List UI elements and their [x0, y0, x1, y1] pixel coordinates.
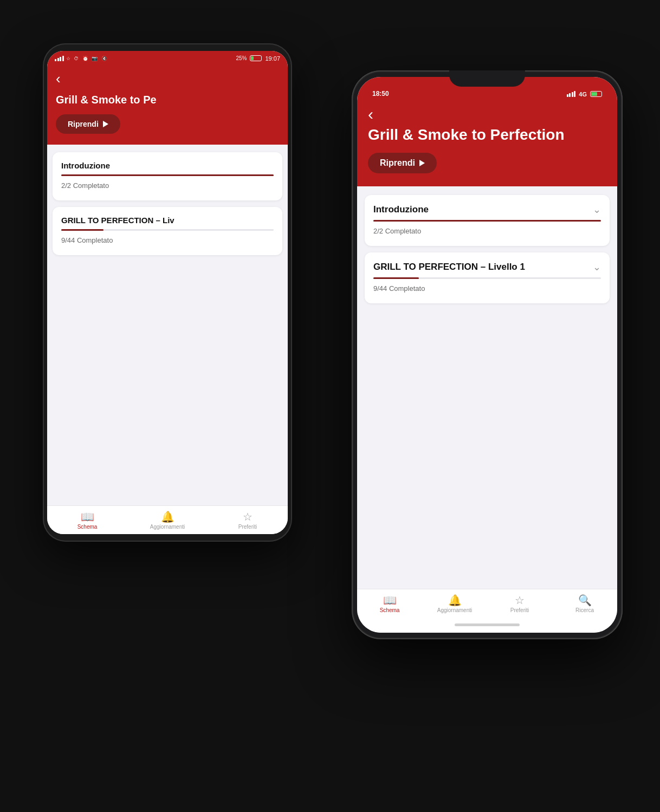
iphone-card1-title: Introduzione	[373, 204, 593, 215]
android-status-icons: ☆ ⏱ ⏰ 📷 🔇	[66, 56, 108, 61]
iphone-content: Introduzione ⌄ 2/2 Completato GRILL TO P…	[357, 186, 617, 588]
iphone-card1-header[interactable]: Introduzione ⌄	[373, 204, 601, 216]
iphone-preferiti-label: Preferiti	[510, 607, 529, 613]
android-card2-progress-fill	[61, 229, 103, 231]
iphone-aggiornamenti-icon: 🔔	[448, 595, 462, 606]
android-time: 19:07	[265, 55, 280, 62]
iphone-card2-progress-text: 9/44 Completato	[373, 284, 601, 293]
iphone-home-indicator	[357, 618, 617, 633]
iphone-card2-progress-fill	[373, 277, 419, 279]
battery-icon	[250, 55, 262, 61]
iphone-card2-chevron-icon: ⌄	[593, 261, 601, 273]
iphone-card-grill: GRILL TO PERFECTION – Livello 1 ⌄ 9/44 C…	[365, 252, 610, 303]
iphone-network-label: 4G	[579, 91, 587, 98]
android-card1-progress-fill	[61, 174, 274, 176]
iphone-screen: 18:50 4G ‹	[357, 77, 617, 633]
android-card2-progress-text: 9/44 Completato	[61, 236, 274, 244]
android-aggiornamenti-icon: 🔔	[161, 511, 174, 522]
android-right-status: 25% 19:07	[236, 55, 280, 62]
android-resume-button[interactable]: Riprendi	[56, 114, 120, 134]
android-card2-header: GRILL TO PERFECTION – Liv	[61, 216, 274, 225]
iphone-card2-title: GRILL TO PERFECTION – Livello 1	[373, 262, 593, 272]
android-resume-label: Riprendi	[68, 120, 99, 128]
android-card1-header: Introduzione	[61, 161, 274, 170]
iphone-back-button[interactable]: ‹	[368, 105, 606, 124]
iphone-nav-aggiornamenti[interactable]: 🔔 Aggiornamenti	[422, 589, 487, 618]
iphone-ricerca-icon: 🔍	[578, 595, 592, 606]
iphone-card1-chevron-icon: ⌄	[593, 204, 601, 216]
android-card1-title: Introduzione	[61, 161, 274, 170]
android-status-bar: ☆ ⏱ ⏰ 📷 🔇 25% 19:07	[47, 51, 288, 66]
iphone-schema-label: Schema	[380, 607, 400, 613]
android-bottom-nav: 📖 Schema 🔔 Aggiornamenti ☆ Preferiti	[47, 505, 288, 534]
iphone-card2-header[interactable]: GRILL TO PERFECTION – Livello 1 ⌄	[373, 261, 601, 273]
iphone-battery-icon	[590, 91, 602, 97]
iphone-card2-progress-bg	[373, 277, 601, 279]
iphone-status-right: 4G	[567, 91, 602, 98]
signal-bars-icon	[55, 56, 64, 61]
iphone-signal-bars-icon	[567, 91, 576, 97]
android-back-button[interactable]: ‹	[56, 70, 279, 87]
iphone-card1-progress-text: 2/2 Completato	[373, 227, 601, 235]
iphone: 18:50 4G ‹	[352, 70, 623, 639]
android-signal-group: ☆ ⏱ ⏰ 📷 🔇	[55, 56, 108, 61]
android-app-body: ‹ Grill & Smoke to Pe Riprendi Introduzi…	[47, 66, 288, 534]
android-nav-schema[interactable]: 📖 Schema	[47, 506, 127, 534]
android-schema-icon: 📖	[81, 511, 94, 522]
iphone-preferiti-icon: ☆	[515, 595, 525, 606]
android-app-title: Grill & Smoke to Pe	[56, 94, 279, 106]
android-card2-title: GRILL TO PERFECTION – Liv	[61, 216, 274, 225]
android-battery-pct: 25%	[236, 55, 247, 61]
iphone-nav-ricerca[interactable]: 🔍 Ricerca	[552, 589, 617, 618]
iphone-card1-progress-bg	[373, 220, 601, 222]
android-card-introduzione: Introduzione 2/2 Completato	[53, 152, 282, 200]
android-content: Introduzione 2/2 Completato GRILL TO PER…	[47, 145, 288, 505]
android-app-header: ‹ Grill & Smoke to Pe Riprendi	[47, 66, 288, 145]
android-aggiornamenti-label: Aggiornamenti	[150, 524, 185, 530]
iphone-app-header: ‹ Grill & Smoke to Perfection Riprendi	[357, 101, 617, 187]
iphone-bottom-nav: 📖 Schema 🔔 Aggiornamenti ☆ Preferiti 🔍 R…	[357, 589, 617, 618]
android-preferiti-icon: ☆	[243, 511, 253, 522]
iphone-card1-progress-fill	[373, 220, 601, 222]
iphone-ricerca-label: Ricerca	[575, 607, 594, 613]
iphone-schema-icon: 📖	[383, 595, 397, 606]
iphone-nav-schema[interactable]: 📖 Schema	[357, 589, 422, 618]
iphone-card-introduzione: Introduzione ⌄ 2/2 Completato	[365, 195, 610, 246]
android-card2-progress-bg	[61, 229, 274, 231]
iphone-aggiornamenti-label: Aggiornamenti	[437, 607, 472, 613]
iphone-app-body: ‹ Grill & Smoke to Perfection Riprendi I…	[357, 101, 617, 633]
android-screen: ☆ ⏱ ⏰ 📷 🔇 25% 19:07 ‹ Grill & Smoke to P…	[47, 51, 288, 534]
iphone-resume-button[interactable]: Riprendi	[368, 153, 437, 173]
android-card1-progress-bg	[61, 174, 274, 176]
iphone-resume-label: Riprendi	[380, 158, 415, 168]
android-preferiti-label: Preferiti	[238, 524, 257, 530]
android-play-icon	[103, 121, 108, 127]
android-nav-preferiti[interactable]: ☆ Preferiti	[208, 506, 288, 534]
iphone-time: 18:50	[372, 90, 389, 98]
android-nav-aggiornamenti[interactable]: 🔔 Aggiornamenti	[127, 506, 208, 534]
iphone-nav-preferiti[interactable]: ☆ Preferiti	[487, 589, 552, 618]
iphone-play-icon	[419, 160, 425, 166]
scene: ☆ ⏱ ⏰ 📷 🔇 25% 19:07 ‹ Grill & Smoke to P…	[32, 27, 628, 785]
android-phone: ☆ ⏱ ⏰ 📷 🔇 25% 19:07 ‹ Grill & Smoke to P…	[43, 43, 292, 542]
home-indicator-bar	[455, 623, 520, 626]
iphone-app-title: Grill & Smoke to Perfection	[368, 127, 606, 144]
android-schema-label: Schema	[77, 524, 98, 530]
android-card1-progress-text: 2/2 Completato	[61, 181, 274, 190]
iphone-notch	[449, 70, 525, 87]
android-card-grill: GRILL TO PERFECTION – Liv 9/44 Completat…	[53, 207, 282, 255]
